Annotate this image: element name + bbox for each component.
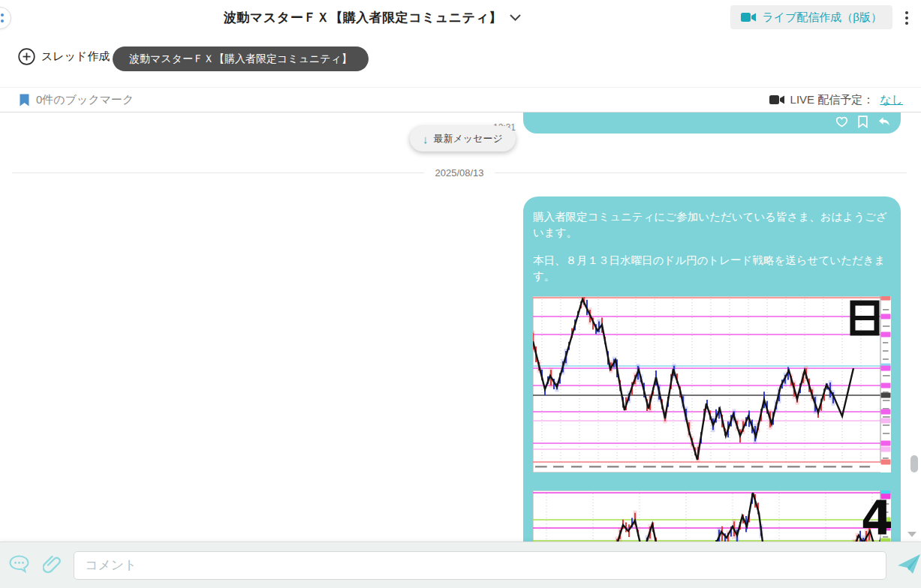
more-options-kebab-icon[interactable]	[900, 10, 913, 26]
arrow-down-icon: ↓	[423, 133, 429, 146]
active-thread-label: 波動マスターＦＸ【購入者限定コミュニティ】	[129, 52, 352, 66]
message-feed: 12:31 ↓ 最新メッセージ 2025/08/13 購入者限定コミュニティにご…	[0, 112, 921, 542]
daily-chart-image[interactable]: 日	[533, 296, 891, 472]
channel-title-dropdown[interactable]: 波動マスターＦＸ【購入者限定コミュニティ】	[0, 0, 745, 34]
send-paper-plane-icon[interactable]	[897, 553, 921, 578]
plus-circle-icon	[18, 48, 35, 65]
live-button-label: ライブ配信作成（β版）	[762, 10, 882, 25]
comment-composer	[0, 542, 921, 588]
bookmark-message-icon[interactable]	[856, 116, 869, 128]
date-divider-label: 2025/08/13	[435, 167, 483, 178]
message-bubble: 購入者限定コミュニティにご参加いただいている皆さま、おはようございます。 本日、…	[523, 196, 901, 542]
latest-message-button[interactable]: ↓ 最新メッセージ	[410, 126, 516, 152]
date-divider: 2025/08/13	[12, 166, 907, 179]
live-schedule-none-link[interactable]: なし	[880, 93, 903, 107]
previous-message-bubble	[523, 112, 901, 134]
video-camera-dark-icon	[769, 94, 784, 105]
latest-message-label: 最新メッセージ	[434, 132, 503, 146]
live-schedule-label: LIVE 配信予定：	[790, 93, 874, 107]
comment-bubble-icon[interactable]	[9, 555, 29, 575]
live-broadcast-create-button[interactable]: ライブ配信作成（β版）	[730, 5, 892, 29]
attach-paperclip-icon[interactable]	[43, 554, 62, 576]
message-paragraph: 本日、８月１３日水曜日のドル円のトレード戦略を送らせていただきます。	[533, 253, 891, 284]
chevron-down-icon	[510, 14, 521, 21]
four-hour-timeframe-label: 4	[861, 490, 891, 542]
scroll-down-arrow-icon[interactable]	[907, 532, 916, 537]
bookmark-count-button[interactable]: 0件のブックマーク	[20, 93, 134, 107]
video-camera-icon	[741, 12, 756, 22]
like-heart-icon[interactable]	[835, 116, 848, 128]
thread-row: スレッド作成 波動マスターＦＸ【購入者限定コミュニティ】	[0, 34, 921, 87]
thread-create-button[interactable]: スレッド作成	[18, 48, 110, 65]
live-schedule: LIVE 配信予定： なし	[769, 93, 903, 107]
bookmark-count-label: 0件のブックマーク	[36, 93, 134, 107]
chart-gap	[533, 472, 891, 490]
comment-input[interactable]	[74, 551, 886, 580]
reply-icon[interactable]	[877, 116, 890, 128]
bookmark-bar: 0件のブックマーク LIVE 配信予定： なし	[0, 87, 921, 112]
title-bar: 波動マスターＦＸ【購入者限定コミュニティ】 ライブ配信作成（β版）	[0, 0, 921, 34]
scrollbar-thumb[interactable]	[910, 455, 918, 472]
message-paragraph: 購入者限定コミュニティにご参加いただいている皆さま、おはようございます。	[533, 209, 891, 241]
bookmark-icon	[20, 94, 29, 106]
four-hour-chart-image[interactable]: 4	[533, 490, 891, 542]
page-title: 波動マスターＦＸ【購入者限定コミュニティ】	[224, 9, 502, 26]
thread-create-label: スレッド作成	[41, 50, 110, 64]
active-thread-tab[interactable]: 波動マスターＦＸ【購入者限定コミュニティ】	[113, 46, 369, 71]
